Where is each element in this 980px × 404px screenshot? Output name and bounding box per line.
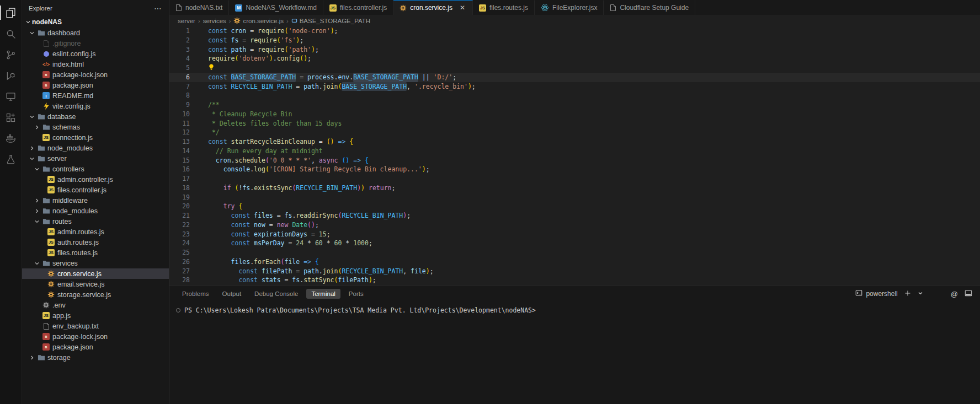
line-number[interactable]: 2 [169,36,198,45]
code-line[interactable]: 7const RECYCLE_BIN_PATH = path.join(BASE… [169,82,980,91]
panel-layout-icon[interactable] [965,289,972,299]
line-number[interactable]: 5 [169,63,198,73]
code-line[interactable]: 3const path = require('path'); [169,45,980,55]
code-line[interactable]: 21 const files = fs.readdirSync(RECYCLE_… [169,211,980,220]
line-number[interactable]: 14 [169,147,198,156]
activity-source-control-icon[interactable] [0,44,22,65]
code-line[interactable]: 1const cron = require('node-cron'); [169,26,980,36]
tree-item-server[interactable]: server [22,153,169,164]
tree-item-package-lock.json[interactable]: npackage-lock.json [22,69,169,80]
activity-testing-icon[interactable] [0,149,22,170]
line-number[interactable]: 4 [169,54,198,63]
panel-tab-Output[interactable]: Output [217,289,247,299]
line-number[interactable]: 6 [169,73,198,82]
tree-item-controllers[interactable]: controllers [22,164,169,174]
tree-item-node_modules[interactable]: node_modules [22,143,169,153]
tree-item-files.routes.js[interactable]: JSfiles.routes.js [22,247,169,258]
tree-item-package.json[interactable]: npackage.json [22,342,169,352]
activity-run-debug-icon[interactable] [0,65,22,86]
tree-item-env_backup.txt[interactable]: env_backup.txt [22,321,169,331]
code-line[interactable]: 28 const stats = fs.statSync(filePath); [169,276,980,285]
code-line[interactable]: 13const startRecycleBinCleanup = () => { [169,137,980,147]
line-number[interactable]: 3 [169,45,198,55]
line-number[interactable]: 22 [169,220,198,230]
chat-at-icon[interactable]: @ [951,290,958,298]
code-line[interactable]: 4require('dotenv').config(); [169,54,980,63]
tree-item-admin.controller.js[interactable]: JSadmin.controller.js [22,174,169,185]
code-line[interactable]: 27 const filePath = path.join(RECYCLE_BI… [169,267,980,276]
line-number[interactable]: 10 [169,110,198,119]
line-number[interactable]: 23 [169,230,198,239]
activity-containers-icon[interactable] [0,128,22,149]
line-number[interactable]: 24 [169,239,198,248]
line-number[interactable]: 1 [169,26,198,36]
line-number[interactable]: 7 [169,82,198,91]
more-actions-icon[interactable]: ⋯ [154,4,162,13]
tab-NodeNAS_Workflow.md[interactable]: MNodeNAS_Workflow.md [229,0,323,15]
panel-tab-Debug Console[interactable]: Debug Console [249,289,303,299]
line-number[interactable]: 25 [169,248,198,257]
tree-item-files.controller.js[interactable]: JSfiles.controller.js [22,185,169,195]
tree-item-storage[interactable]: storage [22,352,169,363]
tree-item-package-lock.json[interactable]: npackage-lock.json [22,331,169,342]
code-line[interactable]: 16 console.log('[CRON] Starting Recycle … [169,165,980,174]
line-number[interactable]: 11 [169,119,198,128]
code-line[interactable]: 2const fs = require('fs'); [169,36,980,45]
code-line[interactable]: 19 [169,193,980,202]
line-number[interactable]: 16 [169,165,198,174]
tab-nodeNAS.txt[interactable]: nodeNAS.txt [169,0,229,15]
activity-explorer-icon[interactable] [0,2,22,23]
line-number[interactable]: 8 [169,91,198,100]
line-number[interactable]: 15 [169,156,198,165]
panel-tab-Ports[interactable]: Ports [344,289,369,299]
panel-tab-Problems[interactable]: Problems [177,289,214,299]
tree-item-email.service.js[interactable]: email.service.js [22,279,169,289]
code-line[interactable]: 18 if (!fs.existsSync(RECYCLE_BIN_PATH))… [169,184,980,193]
breadcrumb-item-BASE_STORAGE_PATH[interactable]: BASE_STORAGE_PATH [291,18,370,24]
line-number[interactable]: 20 [169,202,198,211]
tree-item-index.html[interactable]: </>index.html [22,59,169,69]
code-line[interactable]: 25 [169,248,980,257]
code-line[interactable]: 26 files.forEach(file => { [169,257,980,267]
terminal-profile-chevron-icon[interactable] [918,290,923,298]
line-number[interactable]: 26 [169,257,198,267]
tree-item-.gitignore[interactable]: .gitignore [22,38,169,49]
tree-item-app.js[interactable]: JSapp.js [22,310,169,321]
code-line[interactable]: 5 [169,63,980,73]
code-line[interactable]: 20 try { [169,202,980,211]
activity-search-icon[interactable] [0,23,22,44]
tree-item-schemas[interactable]: schemas [22,122,169,132]
code-editor[interactable]: 1const cron = require('node-cron');2cons… [169,26,980,285]
tree-item-dashboard[interactable]: dashboard [22,28,169,38]
tree-item-auth.routes.js[interactable]: JSauth.routes.js [22,237,169,247]
breadcrumb-item-server[interactable]: server [178,18,195,24]
tree-item-storage.service.js[interactable]: storage.service.js [22,289,169,300]
tab-files.controller.js[interactable]: JSfiles.controller.js [323,0,393,15]
code-line[interactable]: 12 */ [169,128,980,137]
code-line[interactable]: 6const BASE_STORAGE_PATH = process.env.B… [169,73,980,82]
panel-tab-Terminal[interactable]: Terminal [306,289,340,299]
shell-profile-button[interactable]: powershell [855,289,897,298]
code-line[interactable]: 14 // Run every day at midnight [169,147,980,156]
tab-Cloudflare Setup Guide[interactable]: Cloudflare Setup Guide [604,0,695,15]
code-line[interactable]: 23 const expirationDays = 15; [169,230,980,239]
tree-item-connection.js[interactable]: JSconnection.js [22,132,169,143]
close-tab-icon[interactable]: ✕ [459,4,466,12]
activity-remote-explorer-icon[interactable] [0,86,22,107]
tab-FileExplorer.jsx[interactable]: FileExplorer.jsx [535,0,604,15]
new-terminal-button[interactable] [904,290,911,298]
tree-item-admin.routes.js[interactable]: JSadmin.routes.js [22,227,169,237]
breadcrumb-item-services[interactable]: services [203,18,226,24]
breadcrumb-item-cron.service.js[interactable]: cron.service.js [233,17,284,24]
line-number[interactable]: 18 [169,184,198,193]
tree-item-middleware[interactable]: middleware [22,195,169,206]
line-number[interactable]: 12 [169,128,198,137]
tree-item-README.md[interactable]: iREADME.md [22,90,169,101]
code-line[interactable]: 11 * Deletes files older than 15 days [169,119,980,128]
code-line[interactable]: 24 const msPerDay = 24 * 60 * 60 * 1000; [169,239,980,248]
terminal-line[interactable]: PS C:\Users\Lokesh Patra\Documents\Proje… [176,305,980,315]
tab-cron.service.js[interactable]: cron.service.js✕ [393,0,473,15]
tree-item-routes[interactable]: routes [22,216,169,227]
line-number[interactable]: 9 [169,100,198,110]
line-number[interactable]: 19 [169,193,198,202]
